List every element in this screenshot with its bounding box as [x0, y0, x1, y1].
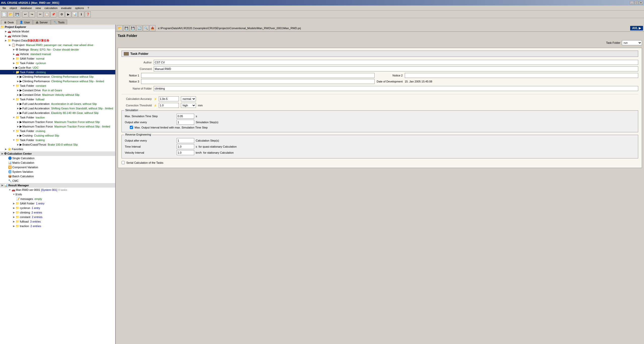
- tree-traction-1[interactable]: ▶ ▶ Maximum Traction Force Maximum Tract…: [0, 120, 115, 124]
- author-input[interactable]: [154, 60, 638, 65]
- paste-button[interactable]: 📌: [50, 11, 56, 17]
- tree-vehicle[interactable]: ▶ 🚗 Vehicle standard manual: [0, 52, 115, 56]
- expand-task-traction[interactable]: ▼: [12, 116, 16, 119]
- expand-fullload-2[interactable]: ▶: [16, 107, 20, 110]
- tab-user[interactable]: 👤 User: [17, 20, 33, 25]
- expand-man-rwd[interactable]: ▼: [8, 188, 12, 192]
- help-button[interactable]: ❓: [85, 11, 91, 17]
- tree-braking-1[interactable]: ▶ ▶ Brake/Coast/Thrust Brake 100-0 witho…: [0, 142, 115, 147]
- tree-fullload-2[interactable]: ▶ ▶ Full Load Acceleration Shifting Gear…: [0, 106, 115, 111]
- tree-fullload-3[interactable]: ▶ ▶ Full Load Acceleration Elasticity 80…: [0, 111, 115, 115]
- menu-database[interactable]: database: [19, 6, 33, 10]
- expand-task-constant[interactable]: ▼: [12, 84, 16, 88]
- expand-vehicle-model[interactable]: ▶: [4, 30, 8, 33]
- menu-object[interactable]: object: [8, 6, 18, 10]
- minimize-button[interactable]: _: [630, 1, 634, 5]
- settings-button[interactable]: ⚙: [59, 11, 65, 17]
- expand-vehicle-data[interactable]: ▶: [4, 34, 8, 38]
- name-folder-input[interactable]: [154, 86, 638, 91]
- tree-fullload-1[interactable]: ▶ ▶ Full Load Acceleration Acceleration …: [0, 102, 115, 106]
- tree-calc-center[interactable]: ▶ ⚙ Calculation Center: [0, 151, 115, 156]
- tab-server[interactable]: 🖧 Server: [33, 20, 50, 25]
- right-search-button[interactable]: 🔍: [143, 25, 149, 31]
- tree-cycle-run[interactable]: ▶ ▶ Cycle Run UDC: [0, 65, 115, 70]
- tree-project-data[interactable]: ▶ 📁 Project Data 存放仿真计算任务: [0, 38, 115, 43]
- expand-project-data[interactable]: ▶: [4, 39, 8, 42]
- expand-task-cruising[interactable]: ▼: [12, 129, 16, 133]
- tree-task-folder-climbing[interactable]: ▼ 📁 Task Folder climbing: [0, 70, 115, 74]
- tree-cmc[interactable]: 🔧 CMC: [0, 179, 115, 183]
- expand-sam[interactable]: ▶: [12, 57, 16, 60]
- expand-calc-center[interactable]: ▶: [1, 152, 4, 155]
- expand-task-fullload[interactable]: ▼: [12, 98, 16, 101]
- tree-settings[interactable]: ▶ ⚙ Settings Binary; EFG; No - Cruise sh…: [0, 47, 115, 52]
- tree-result-cyclerun[interactable]: ▶ 📁 cyclerun 1 entry: [0, 206, 115, 210]
- notice2-input[interactable]: [405, 73, 638, 78]
- tree-climbing-perf-1[interactable]: ▶ ▶ Climbing Performance Climbing Perfor…: [0, 74, 115, 79]
- tree-matrix-calc[interactable]: 📊 Matrix Calculation: [0, 160, 115, 165]
- expand-result-fullload[interactable]: ▶: [12, 220, 16, 223]
- rev-vel-input[interactable]: [177, 150, 194, 155]
- expand-cycle-run[interactable]: ▶: [12, 66, 16, 69]
- save-button[interactable]: 💾: [14, 11, 20, 17]
- tree-man-rwd[interactable]: ▼ 🚗 Man RWD ver 0001 [System 001] 8 task…: [0, 188, 115, 192]
- expand-info[interactable]: ▼: [12, 193, 16, 196]
- serial-calc-checkbox[interactable]: [122, 161, 125, 164]
- info-button[interactable]: ℹ: [78, 11, 84, 17]
- new-button[interactable]: 📄: [1, 11, 7, 17]
- expand-task-climbing[interactable]: ▼: [12, 70, 16, 74]
- expand-result-cyclerun[interactable]: ▶: [12, 206, 16, 210]
- tree-vehicle-data[interactable]: ▶ 🚗 Vehicle Data: [0, 34, 115, 38]
- menu-evaluate[interactable]: evaluate: [60, 6, 73, 10]
- tree-task-folder-traction[interactable]: ▼ 📁 Task Folder traction: [0, 115, 115, 120]
- right-export-button[interactable]: 📤: [149, 25, 155, 31]
- tree-info[interactable]: ▼ ℹ Info: [0, 192, 115, 197]
- close-button[interactable]: ×: [639, 1, 643, 5]
- accuracy-input[interactable]: [159, 96, 179, 101]
- tree-climbing-perf-2[interactable]: ▶ ▶ Climbing Performance Climbing Perfor…: [0, 79, 115, 83]
- right-refresh-button[interactable]: 🔄: [136, 25, 142, 31]
- rev-time-input[interactable]: [177, 144, 194, 149]
- expand-favorites[interactable]: ▶: [4, 147, 8, 151]
- menu-calculation[interactable]: calculation: [43, 6, 59, 10]
- expand-result-climbing[interactable]: ▶: [12, 211, 16, 214]
- tree-project-explorer[interactable]: 📁 Project Explorer: [0, 25, 115, 29]
- expand-task-cyclerun[interactable]: ▶: [12, 61, 16, 65]
- expand-settings[interactable]: ▶: [12, 48, 16, 51]
- expand-project[interactable]: ▶: [8, 43, 12, 47]
- expand-constant-1[interactable]: ▶: [16, 89, 20, 92]
- notice3-input[interactable]: [141, 79, 375, 84]
- tree-constant-drive-2[interactable]: ▶ ▶ Constant Drive Maximum Velocity with…: [0, 93, 115, 97]
- tab-desk[interactable]: 🖥 Desk: [1, 20, 17, 25]
- expand-traction-2[interactable]: ▶: [16, 125, 20, 128]
- tree-result-climbing[interactable]: ▶ 📁 climbing 2 entries: [0, 210, 115, 215]
- expand-cruising-1[interactable]: ▶: [16, 134, 20, 137]
- menu-help[interactable]: ?: [86, 6, 91, 10]
- menu-view[interactable]: view: [34, 6, 43, 10]
- tree-task-folder-cyclerun[interactable]: ▶ 📁 Task Folder cyclerun: [0, 61, 115, 65]
- cut-button[interactable]: ✂: [37, 11, 43, 17]
- tree-cruising-1[interactable]: ▶ ▶ Cruising Cruising without Slip: [0, 133, 115, 138]
- run-button[interactable]: ▶: [65, 11, 71, 17]
- max-sim-step-input[interactable]: [177, 114, 194, 119]
- menu-file[interactable]: file: [1, 6, 8, 10]
- expand-climbing-2[interactable]: ▶: [16, 79, 20, 83]
- chart-button[interactable]: 📊: [72, 11, 78, 17]
- expand-task-braking[interactable]: ▼: [12, 138, 16, 142]
- tree-task-folder-braking[interactable]: ▼ 📁 Task Folder braking: [0, 138, 115, 142]
- right-open-button[interactable]: 📂: [117, 25, 123, 31]
- folder-dropdown[interactable]: run: [622, 40, 642, 45]
- expand-fullload-3[interactable]: ▶: [16, 111, 20, 115]
- expand-result-traction[interactable]: ▶: [12, 224, 16, 228]
- output-after-input[interactable]: [177, 120, 194, 125]
- expand-constant-2[interactable]: ▶: [16, 93, 20, 97]
- rev-output-input[interactable]: [177, 138, 194, 143]
- tree-sam-folder[interactable]: ▶ 📁 SAM Folder normal: [0, 56, 115, 61]
- tree-traction-2[interactable]: ▶ ▶ Maximum Traction Force Maximum Tract…: [0, 124, 115, 129]
- notice1-input[interactable]: [141, 73, 375, 78]
- tree-result-traction[interactable]: ▶ 📁 traction 2 entries: [0, 224, 115, 228]
- tree-batch-calc[interactable]: 📦 Batch Calculation: [0, 174, 115, 179]
- tree-result-sam[interactable]: ▶ 📁 SAM Folder 1 entry: [0, 201, 115, 206]
- tree-result-constant[interactable]: ▶ 📁 constant 2 entries: [0, 215, 115, 219]
- tab-tools[interactable]: 🔧 Tools: [51, 20, 67, 25]
